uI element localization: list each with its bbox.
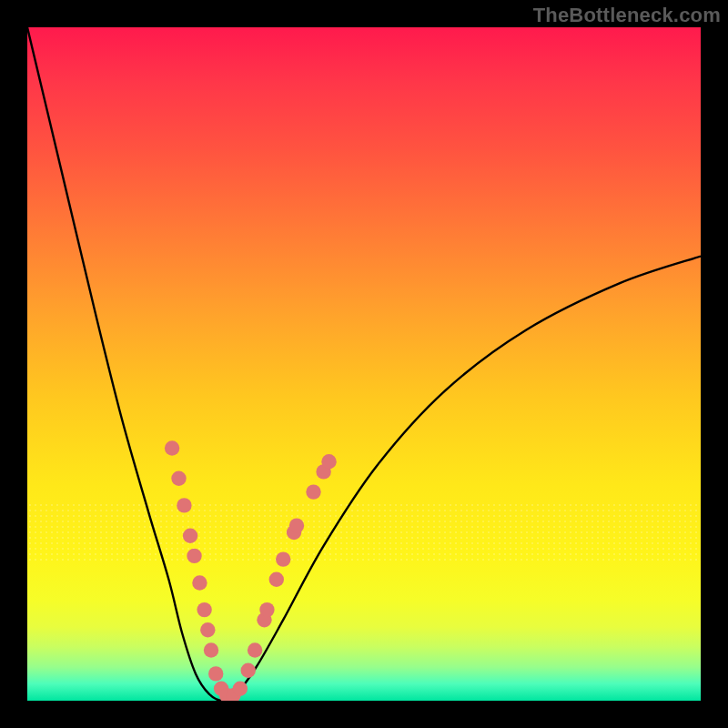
- data-marker: [289, 518, 304, 532]
- data-marker: [269, 572, 284, 587]
- data-marker: [177, 498, 191, 512]
- data-marker: [197, 602, 211, 617]
- watermark-text: TheBottleneck.com: [533, 4, 721, 27]
- data-marker: [321, 454, 336, 469]
- data-marker: [276, 551, 290, 566]
- data-marker: [233, 681, 248, 695]
- data-marker: [171, 471, 186, 486]
- data-marker: [187, 549, 201, 563]
- data-marker: [183, 529, 197, 543]
- data-marker: [306, 484, 320, 499]
- bottleneck-curve-path: [27, 27, 701, 701]
- data-marker: [241, 663, 256, 678]
- data-marker: [208, 666, 223, 681]
- plot-area: [27, 27, 701, 701]
- curve-svg: [27, 27, 701, 701]
- data-marker: [192, 575, 207, 590]
- data-marker: [248, 642, 262, 657]
- chart-frame: TheBottleneck.com: [0, 0, 728, 728]
- data-marker: [165, 440, 179, 455]
- data-marker: [204, 642, 218, 657]
- data-marker: [259, 602, 274, 617]
- data-marker: [200, 622, 215, 637]
